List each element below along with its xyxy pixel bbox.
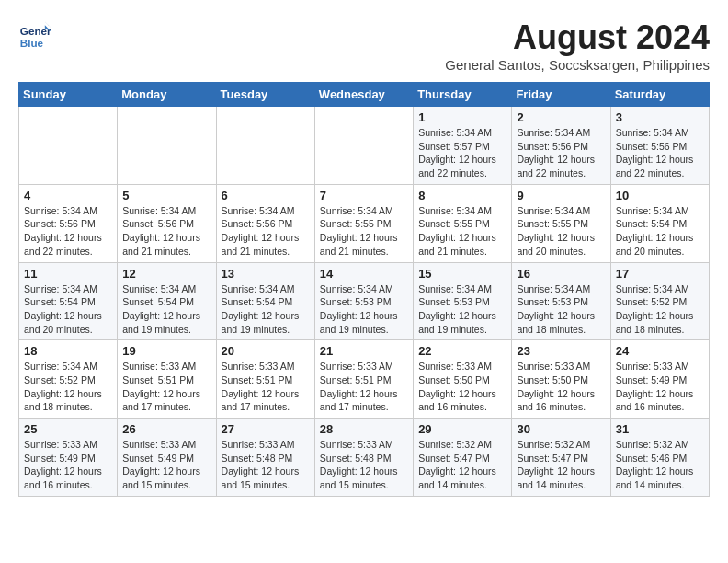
day-number: 29 xyxy=(418,422,506,436)
calendar-cell: 2Sunrise: 5:34 AM Sunset: 5:56 PM Daylig… xyxy=(512,107,610,185)
calendar-cell: 13Sunrise: 5:34 AM Sunset: 5:54 PM Dayli… xyxy=(216,262,314,340)
day-number: 22 xyxy=(418,344,506,358)
calendar-cell: 14Sunrise: 5:34 AM Sunset: 5:53 PM Dayli… xyxy=(314,262,413,340)
day-info: Sunrise: 5:34 AM Sunset: 5:53 PM Dayligh… xyxy=(320,282,408,337)
day-number: 5 xyxy=(122,189,210,202)
calendar-cell: 28Sunrise: 5:33 AM Sunset: 5:48 PM Dayli… xyxy=(314,419,413,497)
day-number: 10 xyxy=(616,189,704,202)
calendar-cell: 1Sunrise: 5:34 AM Sunset: 5:57 PM Daylig… xyxy=(414,107,512,185)
day-info: Sunrise: 5:33 AM Sunset: 5:49 PM Dayligh… xyxy=(24,438,112,492)
day-number: 3 xyxy=(616,110,704,124)
calendar-cell xyxy=(19,107,118,185)
calendar-cell: 15Sunrise: 5:34 AM Sunset: 5:53 PM Dayli… xyxy=(414,262,512,340)
calendar-cell: 9Sunrise: 5:34 AM Sunset: 5:55 PM Daylig… xyxy=(512,184,610,262)
calendar-cell: 12Sunrise: 5:34 AM Sunset: 5:54 PM Dayli… xyxy=(118,262,216,340)
calendar-cell: 7Sunrise: 5:34 AM Sunset: 5:55 PM Daylig… xyxy=(314,184,413,262)
day-info: Sunrise: 5:33 AM Sunset: 5:48 PM Dayligh… xyxy=(320,438,408,492)
weekday-header-row: SundayMondayTuesdayWednesdayThursdayFrid… xyxy=(19,83,710,107)
calendar-cell: 19Sunrise: 5:33 AM Sunset: 5:51 PM Dayli… xyxy=(118,340,216,419)
day-number: 13 xyxy=(222,267,310,281)
calendar-subtitle: General Santos, Soccsksargen, Philippine… xyxy=(445,57,710,73)
calendar-week-row: 18Sunrise: 5:34 AM Sunset: 5:52 PM Dayli… xyxy=(19,340,710,419)
calendar-cell: 23Sunrise: 5:33 AM Sunset: 5:50 PM Dayli… xyxy=(512,340,610,419)
calendar-table: SundayMondayTuesdayWednesdayThursdayFrid… xyxy=(18,82,710,497)
day-number: 14 xyxy=(320,267,408,281)
calendar-cell: 25Sunrise: 5:33 AM Sunset: 5:49 PM Dayli… xyxy=(19,419,118,497)
calendar-cell xyxy=(118,107,216,185)
day-info: Sunrise: 5:34 AM Sunset: 5:56 PM Dayligh… xyxy=(222,204,310,259)
weekday-header: Sunday xyxy=(19,83,118,107)
day-number: 11 xyxy=(24,267,112,281)
calendar-cell: 11Sunrise: 5:34 AM Sunset: 5:54 PM Dayli… xyxy=(19,262,118,340)
day-number: 8 xyxy=(418,189,506,202)
day-info: Sunrise: 5:34 AM Sunset: 5:55 PM Dayligh… xyxy=(320,204,408,259)
calendar-cell xyxy=(314,107,413,185)
logo-icon: General Blue xyxy=(18,18,51,52)
day-info: Sunrise: 5:34 AM Sunset: 5:52 PM Dayligh… xyxy=(24,360,112,414)
calendar-title: August 2024 xyxy=(445,18,710,57)
day-info: Sunrise: 5:34 AM Sunset: 5:56 PM Dayligh… xyxy=(616,126,704,180)
day-number: 15 xyxy=(418,267,506,281)
day-number: 31 xyxy=(616,422,704,436)
day-info: Sunrise: 5:34 AM Sunset: 5:54 PM Dayligh… xyxy=(24,282,112,337)
day-info: Sunrise: 5:34 AM Sunset: 5:56 PM Dayligh… xyxy=(24,204,112,259)
day-info: Sunrise: 5:34 AM Sunset: 5:56 PM Dayligh… xyxy=(122,204,210,259)
day-number: 17 xyxy=(616,267,704,281)
calendar-cell: 22Sunrise: 5:33 AM Sunset: 5:50 PM Dayli… xyxy=(414,340,512,419)
calendar-week-row: 4Sunrise: 5:34 AM Sunset: 5:56 PM Daylig… xyxy=(19,184,710,262)
calendar-cell: 4Sunrise: 5:34 AM Sunset: 5:56 PM Daylig… xyxy=(19,184,118,262)
day-info: Sunrise: 5:33 AM Sunset: 5:50 PM Dayligh… xyxy=(517,360,605,414)
day-number: 12 xyxy=(122,267,210,281)
day-info: Sunrise: 5:32 AM Sunset: 5:47 PM Dayligh… xyxy=(517,438,605,492)
day-info: Sunrise: 5:34 AM Sunset: 5:57 PM Dayligh… xyxy=(418,126,506,180)
calendar-cell: 3Sunrise: 5:34 AM Sunset: 5:56 PM Daylig… xyxy=(610,107,709,185)
day-number: 21 xyxy=(320,344,408,358)
calendar-cell: 24Sunrise: 5:33 AM Sunset: 5:49 PM Dayli… xyxy=(610,340,709,419)
calendar-cell: 5Sunrise: 5:34 AM Sunset: 5:56 PM Daylig… xyxy=(118,184,216,262)
day-number: 24 xyxy=(616,344,704,358)
day-info: Sunrise: 5:33 AM Sunset: 5:51 PM Dayligh… xyxy=(122,360,210,414)
day-number: 4 xyxy=(24,189,112,202)
day-info: Sunrise: 5:32 AM Sunset: 5:47 PM Dayligh… xyxy=(418,438,506,492)
page-header: General Blue August 2024 General Santos,… xyxy=(18,18,710,73)
calendar-week-row: 11Sunrise: 5:34 AM Sunset: 5:54 PM Dayli… xyxy=(19,262,710,340)
calendar-cell: 6Sunrise: 5:34 AM Sunset: 5:56 PM Daylig… xyxy=(216,184,314,262)
weekday-header: Saturday xyxy=(610,83,709,107)
calendar-cell: 16Sunrise: 5:34 AM Sunset: 5:53 PM Dayli… xyxy=(512,262,610,340)
calendar-cell: 26Sunrise: 5:33 AM Sunset: 5:49 PM Dayli… xyxy=(118,419,216,497)
calendar-week-row: 1Sunrise: 5:34 AM Sunset: 5:57 PM Daylig… xyxy=(19,107,710,185)
calendar-cell: 17Sunrise: 5:34 AM Sunset: 5:52 PM Dayli… xyxy=(610,262,709,340)
weekday-header: Tuesday xyxy=(216,83,314,107)
day-info: Sunrise: 5:33 AM Sunset: 5:51 PM Dayligh… xyxy=(222,360,310,414)
svg-text:Blue: Blue xyxy=(20,37,44,49)
weekday-header: Monday xyxy=(118,83,216,107)
day-info: Sunrise: 5:34 AM Sunset: 5:54 PM Dayligh… xyxy=(122,282,210,337)
day-info: Sunrise: 5:34 AM Sunset: 5:56 PM Dayligh… xyxy=(517,126,605,180)
day-info: Sunrise: 5:32 AM Sunset: 5:46 PM Dayligh… xyxy=(616,438,704,492)
day-number: 6 xyxy=(222,189,310,202)
day-info: Sunrise: 5:33 AM Sunset: 5:49 PM Dayligh… xyxy=(122,438,210,492)
title-area: August 2024 General Santos, Soccsksargen… xyxy=(445,18,710,73)
weekday-header: Friday xyxy=(512,83,610,107)
day-info: Sunrise: 5:34 AM Sunset: 5:53 PM Dayligh… xyxy=(418,282,506,337)
day-number: 9 xyxy=(517,189,605,202)
weekday-header: Thursday xyxy=(414,83,512,107)
day-info: Sunrise: 5:34 AM Sunset: 5:53 PM Dayligh… xyxy=(517,282,605,337)
calendar-cell: 21Sunrise: 5:33 AM Sunset: 5:51 PM Dayli… xyxy=(314,340,413,419)
day-number: 30 xyxy=(517,422,605,436)
weekday-header: Wednesday xyxy=(314,83,413,107)
calendar-cell: 31Sunrise: 5:32 AM Sunset: 5:46 PM Dayli… xyxy=(610,419,709,497)
day-number: 20 xyxy=(222,344,310,358)
day-number: 26 xyxy=(122,422,210,436)
calendar-cell: 27Sunrise: 5:33 AM Sunset: 5:48 PM Dayli… xyxy=(216,419,314,497)
day-info: Sunrise: 5:34 AM Sunset: 5:52 PM Dayligh… xyxy=(616,282,704,337)
calendar-cell: 29Sunrise: 5:32 AM Sunset: 5:47 PM Dayli… xyxy=(414,419,512,497)
day-number: 25 xyxy=(24,422,112,436)
day-number: 2 xyxy=(517,110,605,124)
day-number: 27 xyxy=(222,422,310,436)
day-number: 7 xyxy=(320,189,408,202)
day-info: Sunrise: 5:34 AM Sunset: 5:54 PM Dayligh… xyxy=(222,282,310,337)
day-info: Sunrise: 5:33 AM Sunset: 5:51 PM Dayligh… xyxy=(320,360,408,414)
day-number: 28 xyxy=(320,422,408,436)
day-number: 18 xyxy=(24,344,112,358)
